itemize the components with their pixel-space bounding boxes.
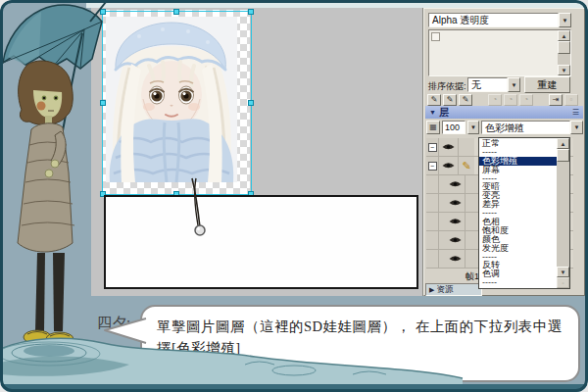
event-pen-plus-icon[interactable]: ✎ [443, 94, 457, 106]
blend-menu-item[interactable]: 色调 [479, 270, 557, 278]
chevron-down-icon[interactable]: ▼ [508, 77, 520, 92]
blend-menu-separator: ----- [479, 253, 557, 262]
playback-start-icon: ◔ [488, 94, 502, 106]
event-list[interactable]: ▲ ▼ [428, 29, 571, 76]
blend-menu-item[interactable]: 变亮 [479, 191, 557, 200]
scroll-up-icon[interactable]: ▲ [558, 30, 570, 41]
opacity-dropdown-icon[interactable]: ▼ [467, 121, 479, 134]
expand-triangle-icon: ▶ [429, 286, 434, 294]
eye-icon[interactable] [446, 175, 466, 193]
comic-panel-blank [104, 195, 418, 289]
blend-menu-item[interactable]: 正常 [479, 139, 557, 148]
pencil-icon: ✎ [459, 157, 474, 174]
blend-menu-item[interactable]: 屏幕 [479, 166, 557, 174]
alpha-preset-select[interactable]: Alpha 透明度 ▼ [428, 13, 571, 27]
eye-icon[interactable] [439, 138, 459, 156]
discard-event-icon: ▫ [564, 94, 578, 106]
canvas-area[interactable] [91, 8, 423, 296]
event-pen-icon[interactable]: ✎ [427, 94, 441, 106]
scroll-thumb[interactable] [557, 149, 569, 162]
blend-menu-item[interactable]: 饱和度 [479, 226, 557, 235]
blend-menu-item[interactable]: 反转 [479, 261, 557, 270]
layer-menu-icon[interactable]: ☰ [572, 108, 579, 117]
blend-menu: 正常-----色彩增殖屏幕-----变暗变亮差异-----色相饱和度颜色发光度-… [478, 137, 570, 289]
apply-event-icon[interactable]: ⇥ [549, 94, 563, 106]
sort-select[interactable]: 无 ▼ [467, 77, 520, 92]
eye-icon[interactable] [446, 194, 466, 212]
rebuild-button[interactable]: 重建 [524, 76, 570, 93]
eye-icon[interactable] [446, 250, 466, 268]
blend-menu-separator: ----- [479, 148, 557, 157]
expand-icon[interactable]: − [428, 143, 437, 152]
blend-mode-select[interactable]: 色彩增殖 ▼ [481, 121, 583, 134]
blend-menu-scrollbar[interactable]: ▲ ▼ ▫ [557, 138, 569, 288]
chevron-down-icon[interactable]: ▼ [559, 13, 571, 27]
selection-handle[interactable] [248, 9, 254, 15]
blend-mode-value: 色彩增殖 [481, 121, 570, 134]
scroll-thumb[interactable] [558, 41, 570, 54]
blend-menu-separator: ----- [479, 174, 557, 183]
opacity-icon[interactable]: ▦ [426, 121, 440, 134]
playback-stop-icon: ◔ [519, 94, 533, 106]
selection-handle[interactable] [173, 9, 179, 15]
event-pen-minus-icon[interactable]: ✎ [459, 94, 472, 106]
layer-panel-title: 层 [439, 106, 449, 120]
blend-menu-separator: ----- [479, 209, 557, 218]
playback-play-icon: ◔ [504, 94, 517, 106]
water-puddle [0, 327, 588, 392]
expand-icon[interactable]: − [428, 162, 437, 171]
side-panel: Alpha 透明度 ▼ ▲ ▼ 排序依据: 无 ▼ 重建 ✎ ✎ ✎ ◔ [423, 8, 585, 296]
window-top-strip [86, 0, 588, 8]
blend-menu-item[interactable]: 色彩增殖 [479, 157, 557, 166]
scroll-down-icon[interactable]: ▼ [558, 65, 570, 75]
resources-bar[interactable]: ▶ 资源 [425, 283, 482, 296]
alpha-preset-value: Alpha 透明度 [428, 13, 559, 27]
resources-label: 资源 [436, 284, 453, 296]
sort-value: 无 [467, 77, 508, 92]
event-list-scrollbar[interactable]: ▲ ▼ [558, 30, 570, 75]
scroll-up-icon[interactable]: ▲ [557, 138, 569, 149]
blend-menu-item[interactable]: 差异 [479, 200, 557, 209]
bubble-tail [101, 312, 148, 349]
frame-label: 帧1 [426, 270, 479, 283]
eye-icon[interactable] [446, 213, 466, 230]
sort-label: 排序依据: [428, 80, 466, 93]
tutorial-image: Alpha 透明度 ▼ ▲ ▼ 排序依据: 无 ▼ 重建 ✎ ✎ ✎ ◔ [0, 0, 588, 392]
blend-menu-item[interactable]: 变暗 [479, 182, 557, 191]
layer-panel-header[interactable]: ▼ 层 ☰ [425, 106, 583, 119]
doll-photo [106, 17, 237, 182]
eye-icon[interactable] [446, 231, 466, 249]
blend-menu-item[interactable]: 颜色 [479, 235, 557, 244]
eye-icon[interactable] [439, 157, 459, 174]
chevron-down-icon[interactable]: ▼ [570, 121, 583, 134]
blend-menu-item[interactable]: 发光度 [479, 244, 557, 253]
blend-menu-items: 正常-----色彩增殖屏幕-----变暗变亮差异-----色相饱和度颜色发光度-… [479, 138, 557, 288]
blend-menu-item[interactable]: 色相 [479, 218, 557, 226]
opacity-value[interactable]: 100 [442, 121, 466, 134]
collapse-triangle-icon: ▼ [429, 109, 436, 116]
selection-handle[interactable] [248, 100, 254, 106]
panel-small-button: ▫ [557, 277, 569, 288]
blend-menu-separator: ----- [479, 278, 557, 287]
scroll-down-icon[interactable]: ▼ [557, 267, 569, 277]
event-item-slot[interactable] [431, 32, 440, 41]
hanging-cord [176, 176, 225, 241]
